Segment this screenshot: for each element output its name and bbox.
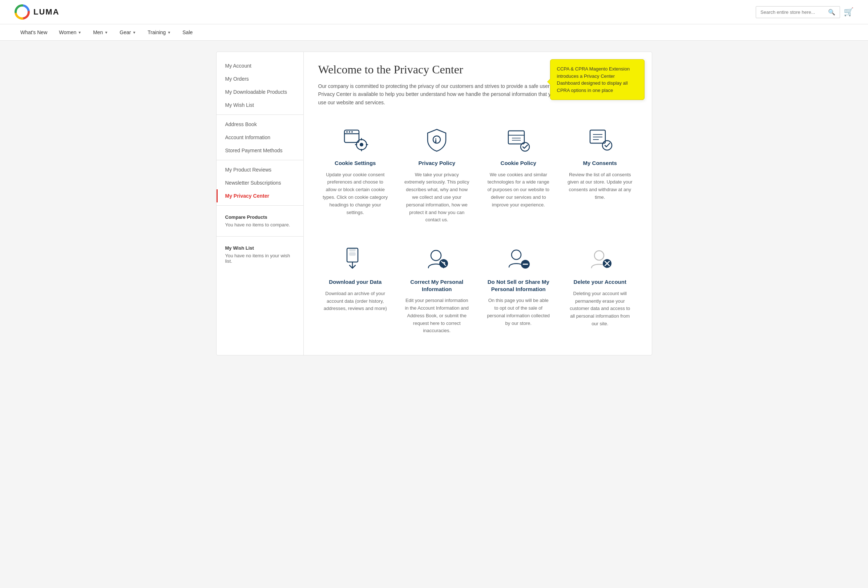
page-container: My Account My Orders My Downloadable Pro…	[216, 52, 652, 355]
nav-item-gear[interactable]: Gear ▼	[114, 24, 142, 40]
cart-icon[interactable]: 🛒	[844, 7, 853, 17]
svg-point-5	[351, 131, 353, 133]
wishlist-title: My Wish List	[225, 245, 295, 251]
delete-account-desc: Deleting your account will permanently e…	[567, 290, 633, 328]
delete-account-icon	[585, 244, 614, 273]
sidebar-divider-3	[217, 205, 303, 206]
tooltip-text: CCPA & CPRA Magento Extension introduces…	[557, 66, 630, 93]
cookie-settings-icon	[341, 126, 370, 154]
sidebar-item-newsletter[interactable]: Newsletter Subscriptions	[217, 176, 303, 189]
sidebar-item-account-info[interactable]: Account Information	[217, 131, 303, 144]
delete-account-title: Delete your Account	[567, 278, 633, 286]
sidebar-divider-4	[217, 236, 303, 236]
men-arrow-icon: ▼	[104, 31, 108, 34]
svg-point-29	[431, 250, 441, 261]
sidebar-item-stored-payment[interactable]: Stored Payment Methods	[217, 144, 303, 157]
svg-rect-15	[508, 131, 524, 144]
do-not-sell-title: Do Not Sell or Share My Personal Informa…	[486, 278, 552, 293]
compare-title: Compare Products	[225, 214, 295, 220]
gear-arrow-icon: ▼	[132, 31, 136, 34]
sidebar-item-privacy-center[interactable]: My Privacy Center	[217, 189, 303, 202]
svg-point-4	[349, 131, 350, 133]
svg-rect-20	[590, 130, 605, 143]
logo-text: LUMA	[33, 7, 60, 17]
header: LUMA 🔍 🛒	[0, 0, 868, 24]
sidebar-group-1: My Account My Orders My Downloadable Pro…	[217, 59, 303, 112]
nav-item-whats-new[interactable]: What's New	[15, 24, 53, 40]
download-data-desc: Download an archive of your account data…	[323, 290, 388, 313]
compare-text: You have no items to compare.	[225, 222, 295, 228]
svg-point-33	[512, 250, 521, 260]
search-box[interactable]: 🔍	[756, 6, 840, 18]
sidebar-item-my-orders[interactable]: My Orders	[217, 72, 303, 86]
luma-logo-icon	[15, 4, 30, 20]
correct-info-icon	[422, 244, 451, 273]
nav-item-training[interactable]: Training ▼	[142, 24, 177, 40]
wishlist-text: You have no items in your wish list.	[225, 253, 295, 264]
sidebar-item-product-reviews[interactable]: My Product Reviews	[217, 163, 303, 176]
svg-point-3	[346, 131, 348, 133]
download-data-title: Download your Data	[323, 278, 388, 286]
svg-rect-26	[350, 248, 355, 251]
sidebar-item-downloadable-products[interactable]: My Downloadable Products	[217, 86, 303, 99]
sidebar-divider-2	[217, 160, 303, 160]
logo-area: LUMA	[15, 4, 60, 20]
card-do-not-sell[interactable]: Do Not Sell or Share My Personal Informa…	[481, 238, 556, 341]
cookie-policy-title: Cookie Policy	[486, 160, 552, 167]
sidebar-item-address-book[interactable]: Address Book	[217, 118, 303, 131]
nav-item-sale[interactable]: Sale	[177, 24, 198, 40]
card-delete-account[interactable]: Delete your Account Deleting your accoun…	[563, 238, 637, 341]
correct-info-title: Correct My Personal Information	[404, 278, 470, 293]
my-consents-title: My Consents	[567, 160, 633, 167]
search-button[interactable]: 🔍	[828, 9, 835, 16]
svg-point-19	[521, 142, 529, 151]
svg-point-12	[433, 136, 440, 143]
privacy-policy-title: Privacy Policy	[404, 160, 470, 167]
main-nav: What's New Women ▼ Men ▼ Gear ▼ Training…	[0, 24, 868, 41]
header-right: 🔍 🛒	[756, 6, 853, 18]
main-content: CCPA & CPRA Magento Extension introduces…	[304, 52, 652, 355]
my-consents-desc: Review the list of all consents given at…	[567, 171, 633, 201]
my-consents-icon	[585, 126, 614, 154]
cards-grid: Cookie Settings Update your cookie conse…	[318, 120, 637, 341]
nav-item-women[interactable]: Women ▼	[53, 24, 87, 40]
tooltip-bubble: CCPA & CPRA Magento Extension introduces…	[550, 59, 645, 100]
nav-item-men[interactable]: Men ▼	[87, 24, 114, 40]
do-not-sell-desc: On this page you will be able to opt out…	[486, 297, 552, 327]
svg-point-7	[360, 143, 363, 146]
sidebar-group-3: My Product Reviews Newsletter Subscripti…	[217, 163, 303, 202]
svg-rect-13	[435, 139, 436, 140]
svg-point-36	[594, 251, 604, 260]
cookie-settings-desc: Update your cookie consent preferences a…	[323, 171, 388, 217]
privacy-policy-desc: We take your privacy extremely seriously…	[404, 171, 470, 224]
correct-info-desc: Edit your personal information in the Ac…	[404, 297, 470, 335]
sidebar-item-wish-list[interactable]: My Wish List	[217, 99, 303, 112]
women-arrow-icon: ▼	[78, 31, 81, 34]
main-wrapper: My Account My Orders My Downloadable Pro…	[205, 52, 663, 355]
sidebar-wishlist: My Wish List You have no items in your w…	[217, 239, 303, 270]
sidebar-compare: Compare Products You have no items to co…	[217, 208, 303, 233]
svg-rect-14	[435, 140, 436, 143]
sidebar-group-2: Address Book Account Information Stored …	[217, 118, 303, 157]
do-not-sell-icon	[504, 244, 533, 273]
search-input[interactable]	[760, 9, 826, 15]
cookie-settings-title: Cookie Settings	[323, 160, 388, 167]
card-cookie-policy[interactable]: Cookie Policy We use cookies and similar…	[481, 120, 556, 230]
card-cookie-settings[interactable]: Cookie Settings Update your cookie conse…	[318, 120, 393, 230]
card-privacy-policy[interactable]: Privacy Policy We take your privacy extr…	[400, 120, 474, 230]
card-download-data[interactable]: Download your Data Download an archive o…	[318, 238, 393, 341]
training-arrow-icon: ▼	[167, 31, 171, 34]
sidebar: My Account My Orders My Downloadable Pro…	[217, 52, 304, 355]
sidebar-item-my-account[interactable]: My Account	[217, 59, 303, 72]
cookie-policy-desc: We use cookies and similar technologies …	[486, 171, 552, 209]
svg-rect-27	[350, 253, 355, 256]
card-correct-info[interactable]: Correct My Personal Information Edit you…	[400, 238, 474, 341]
download-data-icon	[341, 244, 370, 273]
cookie-policy-icon	[504, 126, 533, 154]
privacy-policy-icon	[422, 126, 451, 154]
sidebar-divider-1	[217, 114, 303, 115]
card-my-consents[interactable]: My Consents Review the list of all conse…	[563, 120, 637, 230]
